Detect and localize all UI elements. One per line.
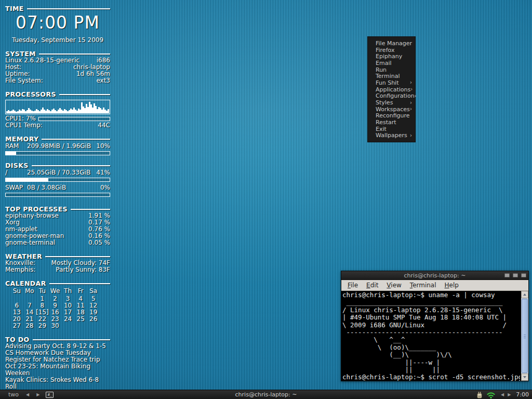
cpu-graph-bar (108, 109, 109, 113)
ram-bar-fill (6, 152, 16, 155)
tray-prev-button[interactable]: ◀ (501, 393, 504, 397)
submenu-arrow-icon: › (410, 87, 413, 92)
calendar-days: 1234567891011121314[15]16171819202122232… (5, 296, 110, 329)
disk-root-row: / 25.05GiB / 70.33GiB 41% (5, 169, 110, 176)
menu-item-terminal[interactable]: Terminal (368, 73, 415, 79)
submenu-arrow-icon: › (415, 94, 417, 99)
menu-item-label: Exit (376, 126, 412, 132)
terminal-titlebar[interactable]: chris@chris-laptop: ~ (341, 271, 528, 280)
iconify-button[interactable] (504, 273, 510, 277)
section-header-disks: DISKS (5, 162, 110, 169)
calendar-day-headers: SuMoTuWeThFrSa (5, 288, 110, 295)
maximize-button[interactable] (513, 273, 518, 277)
calendar-day-header: Mo (23, 288, 36, 295)
menu-item-label: Fun Shit (376, 79, 410, 86)
calendar-day: 24 (61, 316, 74, 323)
close-button[interactable] (521, 273, 526, 277)
calendar-day-header: Tu (36, 288, 49, 295)
menu-item-label: Restart (376, 119, 412, 126)
top-process-rows: epiphany-browse1.91 %Xorg0.17 %nm-applet… (5, 212, 110, 246)
ram-label: RAM (5, 143, 27, 150)
calendar-day-header: Th (61, 288, 74, 295)
ram-usage: 209.98MiB / 1.96GiB (27, 143, 96, 150)
menu-item-epiphany[interactable]: Epiphany (368, 53, 415, 60)
ram-percent: 10% (96, 143, 110, 150)
terminal-window: chris@chris-laptop: ~ File Edit View Ter… (341, 271, 529, 381)
battery-power-icon[interactable] (476, 391, 483, 398)
calendar-day-header: Su (10, 288, 23, 295)
menu-file[interactable]: File (343, 282, 362, 289)
scrollbar-thumb[interactable] (522, 299, 528, 373)
menu-item-label: Workspaces (376, 106, 410, 113)
tray-next-button[interactable]: ▶ (508, 393, 511, 397)
menu-item-email[interactable]: Email (368, 60, 415, 66)
scroll-up-button[interactable] (521, 291, 528, 298)
cpu1-bar (38, 117, 110, 121)
up-arrow-icon (523, 294, 526, 296)
weather-row: Memphis:Partly Sunny: 83F (5, 267, 110, 273)
menu-item-styles[interactable]: Styles› (368, 99, 415, 106)
menu-view[interactable]: View (382, 282, 405, 289)
date-text: Tuesday, September 15 2009 (5, 37, 110, 44)
window-title: chris@chris-laptop: ~ (341, 272, 528, 279)
ram-row: RAM 209.98MiB / 1.96GiB 10% (5, 143, 110, 150)
terminal-line: (__)\ )\/\ (342, 351, 520, 358)
header-rule (42, 139, 110, 140)
menu-item-file-manager[interactable]: File Manager (368, 40, 415, 47)
root-menu: File ManagerFirefoxEpiphanyEmailRunTermi… (367, 36, 416, 142)
terminal-lines: chris@chris-laptop:~$ uname -a | cowsay … (342, 291, 520, 381)
header-rule (27, 8, 110, 9)
menu-terminal[interactable]: Terminal (406, 282, 441, 289)
taskbar-task-button[interactable]: chris@chris-laptop: ~ (0, 391, 532, 398)
clock-large: 07:00 PM (5, 14, 110, 32)
menu-item-label: Applications (376, 86, 410, 93)
menu-help[interactable]: Help (441, 282, 463, 289)
time-label: TIME (5, 5, 24, 12)
wifi-signal-icon[interactable] (487, 391, 495, 398)
terminal-body[interactable]: chris@chris-laptop:~$ uname -a | cowsay … (341, 291, 528, 381)
calendar-day: 28 (23, 323, 36, 329)
header-rule (59, 94, 110, 95)
weather-rows: Knoxville:Mostly Cloudy: 74FMemphis:Part… (5, 260, 110, 273)
menu-item-label: File Manager (376, 40, 412, 47)
terminal-text: chris@chris-laptop:~$ uname -a | cowsay … (342, 291, 520, 381)
submenu-arrow-icon: › (410, 107, 412, 112)
calendar-day (61, 323, 74, 329)
terminal-line: | #49-Ubuntu SMP Tue Aug 18 18:40:08 UTC… (342, 314, 520, 321)
cpu-usage-graph (5, 100, 110, 114)
menu-item-label: Wallpapers (376, 132, 410, 139)
scroll-down-button[interactable] (521, 374, 528, 381)
todo-item: Oct 23-25: Mountain Biking Weeken (5, 363, 110, 377)
terminal-line: / Linux chris-laptop 2.6.28-15-generic \ (342, 307, 520, 314)
terminal-line: ________________________________________ (342, 299, 520, 306)
menu-item-run[interactable]: Run (368, 66, 415, 73)
calendar-day-header: Sa (87, 288, 100, 295)
menu-item-firefox[interactable]: Firefox (368, 47, 415, 54)
window-buttons (504, 273, 526, 277)
menu-item-restart[interactable]: Restart (368, 119, 415, 126)
terminal-line: ||----w | (342, 359, 520, 366)
menu-edit[interactable]: Edit (362, 282, 382, 289)
terminal-line: chris@chris-laptop:~$ scrot -d5 screensh… (342, 374, 520, 381)
menu-item-workspaces[interactable]: Workspaces› (368, 106, 415, 113)
menu-item-label: Terminal (376, 73, 412, 79)
menu-item-label: Run (376, 66, 412, 73)
header-rule (39, 54, 110, 55)
todo-item: Kayak Clinics: Srokes Wed 6-8 Roll (5, 377, 110, 390)
menu-item-reconfigure[interactable]: Reconfigure (368, 113, 415, 119)
calendar-day: 27 (10, 323, 23, 329)
menu-item-exit[interactable]: Exit (368, 126, 415, 132)
terminal-scrollbar[interactable] (521, 291, 528, 381)
header-rule (71, 209, 110, 210)
process-row: gnome-terminal0.05 % (5, 240, 110, 246)
menu-item-fun-shit[interactable]: Fun Shit› (368, 79, 415, 86)
menu-item-configuration[interactable]: Configuration› (368, 93, 415, 100)
header-rule (49, 283, 110, 284)
calendar-day (74, 323, 87, 329)
menu-item-label: Reconfigure (376, 112, 412, 119)
ram-bar (5, 151, 110, 155)
menu-item-label: Styles (376, 99, 410, 106)
menu-item-wallpapers[interactable]: Wallpapers› (368, 132, 415, 139)
submenu-arrow-icon: › (410, 100, 412, 105)
menu-item-applications[interactable]: Applications› (368, 86, 415, 93)
